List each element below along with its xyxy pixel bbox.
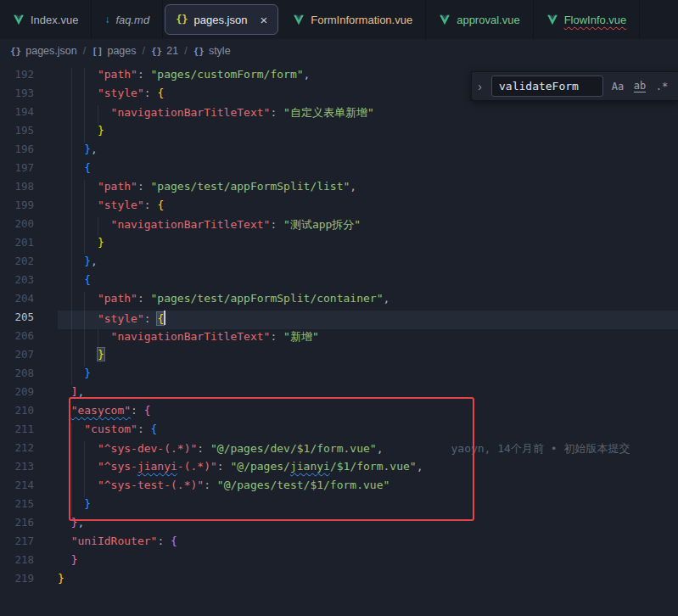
braces-icon: {} bbox=[151, 45, 162, 57]
line-number[interactable]: 193 bbox=[0, 87, 34, 105]
tab-flowinfo-vue[interactable]: FlowInfo.vue bbox=[534, 0, 641, 39]
tab-pages-json[interactable]: {}pages.json× bbox=[165, 4, 278, 35]
line-number[interactable]: 210 bbox=[0, 404, 34, 423]
breadcrumb-item-21[interactable]: {}21 bbox=[151, 45, 178, 57]
line-content[interactable]: { bbox=[58, 273, 678, 292]
tab-faq-md[interactable]: ↓faq.md bbox=[92, 0, 163, 39]
line-number[interactable]: 196 bbox=[0, 143, 34, 161]
line-content[interactable]: } bbox=[58, 124, 678, 143]
line-number[interactable]: 218 bbox=[0, 553, 34, 572]
line-number[interactable]: 192 bbox=[0, 68, 34, 87]
line-number[interactable]: 207 bbox=[0, 348, 34, 367]
breadcrumb-item-style[interactable]: {}style bbox=[193, 45, 231, 57]
line-content[interactable]: }, bbox=[58, 516, 678, 535]
line-number[interactable]: 219 bbox=[0, 572, 34, 591]
line-content[interactable]: "style": { bbox=[58, 311, 678, 329]
breadcrumb-label: 21 bbox=[166, 45, 178, 57]
line-content[interactable]: }, bbox=[58, 143, 678, 161]
breadcrumb-item-pages-json[interactable]: {}pages.json bbox=[10, 45, 77, 57]
line-number[interactable]: 204 bbox=[0, 292, 34, 311]
tab-forminformation-vue[interactable]: FormInformation.vue bbox=[280, 0, 426, 39]
line-content[interactable]: { bbox=[58, 161, 678, 180]
line-content[interactable]: "^sys-jianyi-(.*)": "@/pages/jianyi/$1/f… bbox=[58, 460, 678, 479]
line-content[interactable]: ], bbox=[58, 385, 678, 404]
code-line-201: 201} bbox=[0, 236, 678, 255]
find-input[interactable] bbox=[491, 76, 603, 97]
line-number[interactable]: 198 bbox=[0, 180, 34, 199]
indent-guide bbox=[58, 348, 71, 367]
code-token: -(.*)" bbox=[177, 460, 217, 473]
line-content[interactable]: "style": { bbox=[58, 199, 678, 217]
indent-guide bbox=[84, 105, 98, 124]
line-number[interactable]: 199 bbox=[0, 199, 34, 217]
line-number[interactable]: 209 bbox=[0, 385, 34, 404]
tab-label: pages.json bbox=[194, 14, 248, 26]
indent-guide bbox=[84, 329, 98, 348]
indent-guide bbox=[71, 441, 85, 460]
line-content[interactable]: } bbox=[58, 236, 678, 255]
line-content[interactable]: "custom": { bbox=[58, 423, 678, 441]
toggle-replace-chevron-icon[interactable]: › bbox=[473, 72, 486, 100]
editor[interactable]: 192"path": "pages/customForm/form",193"s… bbox=[0, 63, 678, 616]
tab-index-vue[interactable]: Index.vue bbox=[0, 0, 92, 39]
line-number[interactable]: 217 bbox=[0, 535, 34, 553]
code-token: { bbox=[171, 535, 177, 547]
line-number[interactable]: 212 bbox=[0, 441, 34, 460]
code-line-208: 208} bbox=[0, 367, 678, 385]
code-token: jianyi bbox=[137, 460, 177, 473]
line-number[interactable]: 205 bbox=[0, 311, 34, 329]
code-token: : bbox=[157, 535, 171, 547]
code-token: "style" bbox=[98, 199, 144, 211]
line-content[interactable]: "easycom": { bbox=[58, 404, 678, 423]
code-token: } bbox=[71, 553, 78, 566]
line-number[interactable]: 208 bbox=[0, 367, 34, 385]
line-number[interactable]: 215 bbox=[0, 497, 34, 516]
line-content[interactable]: }, bbox=[58, 255, 678, 273]
line-content[interactable]: } bbox=[58, 572, 678, 591]
line-number[interactable]: 216 bbox=[0, 516, 34, 535]
line-content[interactable]: "^sys-test-(.*)": "@/pages/test/$1/form.… bbox=[58, 479, 678, 497]
line-content[interactable]: "navigationBarTitleText": "自定义表单新增" bbox=[58, 105, 678, 124]
line-content[interactable]: } bbox=[58, 348, 678, 367]
regex-button[interactable]: .* bbox=[653, 77, 671, 96]
indent-guide bbox=[71, 105, 85, 124]
code-line-199: 199"style": { bbox=[0, 199, 678, 217]
whole-word-button[interactable]: ab bbox=[630, 77, 649, 96]
line-content[interactable]: "navigationBarTitleText": "新增" bbox=[58, 329, 678, 348]
line-number[interactable]: 211 bbox=[0, 423, 34, 441]
line-number[interactable]: 206 bbox=[0, 329, 34, 348]
line-number[interactable]: 194 bbox=[0, 105, 34, 124]
line-content[interactable]: "uniIdRouter": { bbox=[58, 535, 678, 553]
line-number[interactable]: 201 bbox=[0, 236, 34, 255]
line-content[interactable]: } bbox=[58, 497, 678, 516]
tab-approval-vue[interactable]: approval.vue bbox=[426, 0, 533, 39]
line-content[interactable]: } bbox=[58, 553, 678, 572]
close-icon[interactable]: × bbox=[260, 14, 267, 26]
line-number[interactable]: 195 bbox=[0, 124, 34, 143]
line-number[interactable]: 197 bbox=[0, 161, 34, 180]
code-line-214: 214"^sys-test-(.*)": "@/pages/test/$1/fo… bbox=[0, 479, 678, 497]
code-line-218: 218} bbox=[0, 553, 678, 572]
line-content[interactable]: "navigationBarTitleText": "测试app拆分" bbox=[58, 217, 678, 236]
code-line-198: 198"path": "pages/test/appFormSplit/list… bbox=[0, 180, 678, 199]
line-number[interactable]: 200 bbox=[0, 217, 34, 236]
code-token: : bbox=[204, 479, 217, 491]
line-number[interactable]: 214 bbox=[0, 479, 34, 497]
line-content[interactable]: "^sys-dev-(.*)": "@/pages/dev/$1/form.vu… bbox=[58, 441, 678, 460]
code-token: , bbox=[304, 68, 311, 81]
indent-guide bbox=[58, 124, 71, 143]
line-number[interactable]: 203 bbox=[0, 273, 34, 292]
indent-guide bbox=[58, 236, 71, 255]
breadcrumb-item-pages[interactable]: []pages bbox=[92, 45, 136, 57]
line-content[interactable]: "path": "pages/test/appFormSplit/contain… bbox=[58, 292, 678, 311]
line-content[interactable]: } bbox=[58, 367, 678, 385]
indent-guide bbox=[71, 273, 85, 292]
line-number[interactable]: 213 bbox=[0, 460, 34, 479]
line-number[interactable]: 202 bbox=[0, 255, 34, 273]
code-token: "测试app拆分" bbox=[283, 218, 361, 231]
line-content[interactable]: "path": "pages/test/appFormSplit/list", bbox=[58, 180, 678, 199]
indent-guide bbox=[98, 329, 111, 348]
code-token: : bbox=[270, 106, 283, 119]
match-case-button[interactable]: Aa bbox=[608, 77, 627, 96]
code-token: "custom" bbox=[84, 423, 137, 435]
